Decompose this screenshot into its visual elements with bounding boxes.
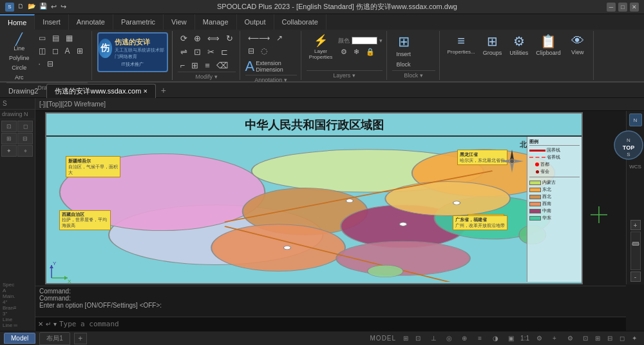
- layer-state-button[interactable]: ⚙: [338, 46, 350, 57]
- array-button[interactable]: ⊞: [189, 59, 201, 72]
- tab-output[interactable]: Output: [237, 14, 274, 30]
- add-layout-button[interactable]: +: [74, 333, 87, 344]
- settings-button[interactable]: ⚙: [533, 333, 545, 344]
- extend-button[interactable]: ⊏: [218, 46, 231, 58]
- grid-button[interactable]: ⊞: [400, 333, 412, 344]
- model-tab[interactable]: Model: [4, 333, 35, 344]
- doc-tab-add-button[interactable]: +: [156, 83, 171, 97]
- arc-button[interactable]: Arc: [6, 74, 32, 83]
- viewcube-top[interactable]: N: [629, 113, 642, 126]
- table-ann-button[interactable]: ⊟: [245, 45, 257, 57]
- offset-button[interactable]: ≡: [202, 59, 213, 72]
- tab-manage[interactable]: Manage: [195, 14, 237, 30]
- tool-2[interactable]: ◻: [17, 121, 33, 132]
- block-button[interactable]: Block: [392, 60, 415, 69]
- fillet-button[interactable]: ⌐: [178, 59, 188, 72]
- doc-tab-ssdax[interactable]: 伤逃的安详www.ssdax.com ×: [46, 84, 155, 98]
- utilities-button[interactable]: ⚙ Utilities: [507, 32, 531, 57]
- region-button[interactable]: ◻: [50, 45, 61, 57]
- trim-button[interactable]: ✂: [205, 46, 217, 58]
- qat-new[interactable]: 🗋: [16, 3, 25, 11]
- cmd-enter-button[interactable]: ↵: [46, 320, 51, 328]
- gradient-button[interactable]: ▦: [63, 32, 75, 44]
- rectangle-button[interactable]: ▭: [36, 32, 48, 44]
- polar-button[interactable]: ◎: [443, 333, 455, 344]
- tab-annotate[interactable]: Annotate: [69, 14, 113, 30]
- multileader-button[interactable]: ◌: [258, 45, 270, 57]
- mirror-button[interactable]: ⇌: [178, 46, 190, 58]
- selection-button[interactable]: ▣: [505, 333, 516, 344]
- qat-undo[interactable]: ↩: [50, 3, 58, 11]
- layout1-tab[interactable]: 布局1: [39, 332, 70, 345]
- workspace-button[interactable]: ⚙: [564, 333, 576, 344]
- svg-text:X: X: [68, 279, 71, 284]
- qat-open[interactable]: 📂: [26, 3, 37, 11]
- qat-redo[interactable]: ↪: [59, 3, 68, 11]
- circle-button[interactable]: Circle: [6, 64, 32, 73]
- cmd-x-button[interactable]: ✕: [38, 320, 43, 328]
- svg-point-24: [510, 159, 514, 163]
- move-button[interactable]: ⟳: [178, 32, 190, 44]
- status-btn-4[interactable]: ◻: [616, 333, 628, 344]
- properties-button[interactable]: ≡ Properties...: [445, 32, 478, 56]
- tab-home[interactable]: Home: [0, 14, 35, 30]
- model-label: MODEL: [370, 335, 397, 342]
- command-input[interactable]: [59, 320, 623, 328]
- status-btn-5[interactable]: ✦: [629, 333, 640, 344]
- tab-view[interactable]: View: [164, 14, 195, 30]
- rotate-button[interactable]: ↻: [223, 32, 236, 44]
- boundary-button[interactable]: ◫: [36, 45, 48, 57]
- insert-button[interactable]: ⊞ Insert: [392, 32, 415, 59]
- polyline-button[interactable]: Polyline: [6, 54, 32, 63]
- line-button[interactable]: ╱ Line: [6, 32, 32, 54]
- lineweight-button[interactable]: ≡: [474, 333, 486, 344]
- osnap-button[interactable]: ⊕: [459, 333, 470, 344]
- qat-save[interactable]: 💾: [38, 3, 48, 11]
- tab-parametric[interactable]: Parametric: [113, 14, 164, 30]
- tool-3[interactable]: ⊞: [1, 133, 17, 144]
- erase-button[interactable]: ⌫: [214, 59, 231, 72]
- mtext-button[interactable]: ⊞: [74, 45, 86, 57]
- status-btn-3[interactable]: ⊟: [604, 333, 616, 344]
- tab-insert[interactable]: Insert: [35, 14, 69, 30]
- layer-freeze-button[interactable]: ❄: [351, 46, 362, 57]
- tool-5[interactable]: ✦: [1, 145, 17, 157]
- table-button[interactable]: ⊟: [44, 58, 56, 70]
- zoom-slider[interactable]: [630, 232, 641, 270]
- stretch-button[interactable]: ⟺: [205, 32, 222, 44]
- transparency-button[interactable]: ◑: [489, 333, 501, 344]
- tool-6[interactable]: ⌖: [17, 145, 33, 157]
- dimension-button[interactable]: ⟵⟶: [245, 32, 272, 44]
- dropdown-arrow[interactable]: ▾: [379, 37, 383, 44]
- viewport-label[interactable]: [-]|[Top]|[2D Wireframe]: [39, 101, 106, 108]
- zoom-in-button[interactable]: +: [630, 220, 641, 230]
- tool-4[interactable]: ⊟: [17, 133, 33, 144]
- tool-1[interactable]: ⊡: [1, 121, 17, 132]
- zoom-out-button[interactable]: -: [630, 271, 641, 282]
- layer-lock-button[interactable]: 🔒: [363, 46, 377, 57]
- close-button[interactable]: ✕: [630, 3, 639, 12]
- clipboard-button[interactable]: 📋 Clipboard: [533, 32, 564, 57]
- canvas-area[interactable]: [-]|[Top]|[2D Wireframe] 中华人民共和国行政区域图: [35, 98, 644, 331]
- maximize-button[interactable]: □: [618, 3, 627, 12]
- mleader-button[interactable]: ↗: [274, 32, 285, 44]
- hatch-button[interactable]: ▤: [50, 32, 62, 44]
- groups-button[interactable]: ⊞ Groups: [480, 32, 505, 57]
- color-swatch[interactable]: [352, 37, 377, 44]
- status-btn-2[interactable]: ⊞: [592, 333, 603, 344]
- snap-button[interactable]: ⊡: [412, 333, 424, 344]
- doc-tab-drawing2[interactable]: Drawing2: [0, 84, 46, 97]
- point-button[interactable]: ·: [36, 58, 43, 70]
- cmd-dropdown-button[interactable]: ▾: [53, 320, 57, 328]
- viewcube[interactable]: N TOP S: [612, 129, 645, 161]
- annotation-scale-button[interactable]: +: [549, 333, 560, 344]
- status-btn-1[interactable]: ⊡: [580, 333, 591, 344]
- copy-button[interactable]: ⊕: [191, 32, 204, 44]
- minimize-button[interactable]: ─: [607, 3, 616, 12]
- text-button[interactable]: A: [62, 45, 73, 57]
- tab-collaborate[interactable]: Collaborate: [274, 14, 327, 30]
- layer-properties-button[interactable]: ⚡ LayerProperties: [307, 32, 336, 61]
- ortho-button[interactable]: ⊥: [428, 333, 439, 344]
- view-button[interactable]: 👁 View: [566, 32, 589, 57]
- scale-button[interactable]: ⊡: [191, 46, 204, 58]
